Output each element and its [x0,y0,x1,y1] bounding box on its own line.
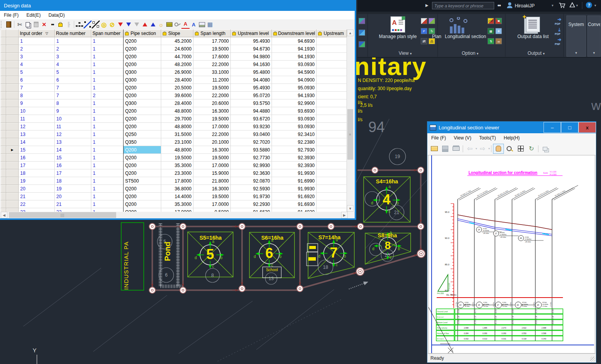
design-data-window[interactable]: Design data File (F) Edit(E) Data(D) ✄ ✕… [0,0,356,220]
table-cell[interactable]: 1 [91,185,124,193]
table-cell[interactable]: 1 [91,138,124,146]
table-cell[interactable]: 3 [19,53,55,61]
table-cell[interactable]: 91.4030 [272,208,317,212]
table-cell[interactable]: 14 [55,146,91,154]
table-cell[interactable]: Q200 [124,53,161,61]
table-cell[interactable]: 92.5930 [231,185,272,193]
table-cell[interactable]: 92.0870 [231,177,272,185]
table-cell[interactable]: 1 [91,61,124,68]
table-cell[interactable]: 1 [91,154,124,162]
longitudinal-section-button[interactable]: Longitudinal section [445,34,486,39]
vscroll-up-arrow[interactable]: ▲ [347,30,354,36]
row-gutter[interactable] [1,68,6,76]
vscroll-down-arrow[interactable]: ▼ [347,205,354,212]
table-cell[interactable]: 23 [19,208,55,212]
table-cell[interactable]: 94.4080 [231,76,272,84]
table-cell[interactable]: Q300 [124,76,161,84]
table-cell[interactable] [317,146,347,154]
cascade-icon[interactable] [540,144,550,153]
minimize-button[interactable]: – [544,122,561,133]
zone-number[interactable]: 5 [202,246,218,263]
viewer-menu-help[interactable]: Help(H) [500,134,523,142]
table-cell[interactable]: 17.8000 [161,177,193,185]
manage-plan-style-button[interactable]: A Manage plan style [376,16,420,49]
table-cell[interactable]: 21 [19,193,55,200]
table-cell[interactable]: 91.9930 [272,169,317,177]
plan-button[interactable]: Plan [432,34,441,39]
table-cell[interactable]: 9 [19,99,55,107]
table-cell[interactable]: 19.5000 [193,154,231,162]
table-cell[interactable]: 17 [55,169,91,177]
design-data-titlebar[interactable]: Design data [0,0,355,11]
table-cell[interactable]: 17.0000 [193,123,231,131]
node-id-label[interactable]: 13 [267,276,276,281]
table-cell[interactable] [317,131,347,138]
table-cell[interactable]: 1 [91,177,124,185]
table-cell[interactable]: 33.1000 [193,68,231,76]
table-cell[interactable]: 48.8000 [161,107,193,115]
table-icon[interactable]: ▦ [206,21,214,28]
table-cell[interactable]: 11 [55,123,91,131]
table-cell[interactable]: Q200 [124,154,161,162]
zone-number[interactable]: 4 [379,192,394,208]
table-cell[interactable]: ST500 [124,177,161,185]
table-cell[interactable]: 92.2930 [231,200,272,208]
table-cell[interactable] [317,177,347,185]
row-gutter[interactable] [1,162,6,169]
table-cell[interactable]: 17.0000 [193,162,231,169]
up-red-icon[interactable] [141,21,149,28]
row-gutter[interactable] [1,37,6,45]
table-cell[interactable] [317,200,347,208]
key-icon[interactable] [173,21,181,28]
table-cell[interactable]: 17 [19,162,55,169]
table-cell[interactable]: 16.3000 [193,107,231,115]
table-cell[interactable]: 22.2000 [193,131,231,138]
table-cell[interactable]: Q350 [124,138,161,146]
table-cell[interactable]: 18 [19,169,55,177]
table-cell[interactable]: 19.5000 [193,84,231,92]
delete-icon[interactable]: ✕ [40,21,48,28]
column-header[interactable]: Input order▽ [19,30,55,37]
table-cell[interactable]: Q200 [124,37,161,45]
view-mini-icon-1[interactable] [421,18,427,24]
table-cell[interactable] [317,138,347,146]
table-cell[interactable]: 26.9000 [161,68,193,76]
target-icon[interactable]: ◎ [100,21,108,28]
table-cell[interactable]: 28.4000 [161,76,193,84]
row-gutter[interactable] [1,84,6,92]
add-node-icon[interactable] [92,21,100,28]
table-cell[interactable]: 9 [55,107,91,115]
option-panel-label[interactable]: Option ▾ [447,51,493,56]
forward-icon[interactable]: ⇨ [477,144,488,153]
table-cell[interactable] [317,76,347,84]
menu-edit[interactable]: Edit(E) [23,11,45,19]
highlight-icon[interactable]: ☼ [157,21,165,28]
column-header[interactable]: Slope [161,30,193,37]
table-cell[interactable]: Q200 [124,162,161,169]
table-cell[interactable]: 92.3410 [272,131,317,138]
row-marker-cell[interactable] [6,76,19,84]
row-gutter[interactable] [1,185,6,193]
table-cell[interactable] [317,53,347,61]
table-cell[interactable]: 93.6720 [231,115,272,123]
table-cell[interactable]: 19.5000 [161,154,193,162]
table-cell[interactable]: 8 [55,99,91,107]
resize-grip[interactable] [590,357,595,362]
signed-in-user[interactable]: HiroakiJP [515,3,535,9]
table-cell[interactable]: 20.6000 [193,99,231,107]
table-cell[interactable]: 16.3000 [193,185,231,193]
row-gutter[interactable] [1,131,6,138]
table-cell[interactable]: 48.8000 [161,146,193,154]
table-cell[interactable] [317,92,347,99]
table-cell[interactable]: 1 [91,193,124,200]
zoom-icon[interactable] [505,144,515,153]
table-cell[interactable] [317,193,347,200]
maximize-button[interactable]: □ [561,122,578,133]
row-marker-cell[interactable]: ► [6,146,19,154]
node-id-label[interactable]: 6 [162,272,171,278]
help-dropdown-icon[interactable]: ▾ [594,3,596,7]
table-cell[interactable] [317,37,347,45]
table-cell[interactable]: 19.5000 [193,45,231,53]
zoom-extents-icon[interactable] [516,144,526,153]
table-cell[interactable]: 1 [91,208,124,212]
